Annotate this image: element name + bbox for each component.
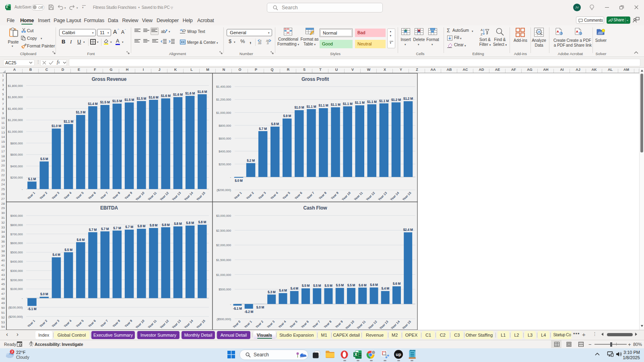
svg-text:$.3 M: $.3 M (268, 290, 276, 294)
svg-text:$1.1 M: $1.1 M (331, 103, 341, 107)
svg-text:$.8 M: $.8 M (198, 220, 206, 224)
svg-text:$1.6 M: $1.6 M (161, 94, 171, 98)
svg-text:$1.3 M: $1.3 M (76, 111, 85, 114)
svg-text:A: A (557, 30, 559, 33)
svg-text:$1.1 M: $1.1 M (355, 101, 365, 105)
svg-text:$200,000: $200,000 (10, 176, 23, 179)
svg-text:$.8 M: $.8 M (174, 222, 182, 226)
svg-text:$.6 M: $.6 M (77, 238, 85, 242)
svg-text:$1,200,000: $1,200,000 (216, 98, 231, 101)
svg-text:$1.5 M: $1.5 M (100, 101, 110, 104)
svg-text:$100,000: $100,000 (10, 287, 23, 291)
svg-text:$500,000: $500,000 (10, 251, 23, 254)
svg-text:-$.2 M: -$.2 M (244, 310, 253, 314)
svg-text:$1,600,000: $1,600,000 (8, 95, 23, 99)
svg-text:$1.0 M: $1.0 M (52, 124, 61, 128)
svg-text:($200,000): ($200,000) (8, 315, 23, 319)
svg-text:($100,000): ($100,000) (8, 306, 23, 309)
svg-text:$.4 M: $.4 M (290, 287, 298, 290)
svg-text:Gross Revenue: Gross Revenue (92, 76, 127, 82)
svg-text:$.2 M: $.2 M (247, 159, 255, 162)
svg-text:$.7 M: $.7 M (113, 226, 121, 230)
svg-text:$1,500,000: $1,500,000 (216, 258, 231, 262)
svg-text:$.8 M: $.8 M (271, 122, 279, 126)
svg-text:Gross Profit: Gross Profit (301, 76, 329, 82)
svg-text:A: A (481, 28, 483, 32)
svg-text:Cash Flow: Cash Flow (303, 205, 327, 211)
svg-text:$.1 M: $.1 M (28, 177, 36, 181)
svg-text:$1.1 M: $1.1 M (379, 99, 389, 103)
svg-text:$.8 M: $.8 M (138, 224, 146, 228)
svg-text:$1.5 M: $1.5 M (112, 99, 122, 103)
svg-text:$.6 M: $.6 M (393, 282, 401, 286)
svg-text:EBITDA: EBITDA (100, 205, 118, 211)
svg-text:$.6 M: $.6 M (359, 284, 367, 287)
svg-text:$2.4 M: $2.4 M (403, 228, 413, 232)
svg-text:$.5 M: $.5 M (336, 284, 344, 287)
svg-text:$1,400,000: $1,400,000 (216, 85, 231, 88)
svg-text:X: X (355, 352, 357, 357)
svg-text:A: A (576, 30, 578, 33)
svg-text:$2,000,000: $2,000,000 (216, 243, 231, 247)
svg-text:$1,800,000: $1,800,000 (8, 84, 23, 88)
svg-text:$1.4 M: $1.4 M (88, 102, 98, 106)
svg-text:$.5 M: $.5 M (313, 284, 321, 288)
svg-text:$200,000: $200,000 (219, 162, 231, 166)
svg-text:ab: ab (161, 29, 166, 34)
svg-text:$400,000: $400,000 (10, 165, 23, 168)
svg-text:.0: .0 (266, 42, 269, 45)
svg-text:$1,000,000: $1,000,000 (216, 111, 231, 115)
svg-text:$.4 M: $.4 M (279, 289, 287, 292)
svg-text:$.0 M: $.0 M (40, 292, 48, 296)
svg-text:$700,000: $700,000 (10, 232, 23, 236)
svg-text:-$.1 M: -$.1 M (27, 307, 36, 311)
svg-text:$800,000: $800,000 (219, 124, 231, 128)
svg-text:$600,000: $600,000 (219, 137, 231, 140)
svg-text:$1,200,000: $1,200,000 (8, 118, 23, 122)
svg-text:$1,400,000: $1,400,000 (8, 107, 23, 111)
svg-text:$800,000: $800,000 (10, 142, 23, 145)
svg-text:$500,000: $500,000 (219, 288, 231, 291)
svg-text:$400,000: $400,000 (219, 150, 231, 153)
svg-text:$800,000: $800,000 (10, 223, 23, 227)
svg-text:$600,000: $600,000 (10, 241, 23, 245)
svg-text:$400,000: $400,000 (10, 260, 23, 263)
svg-text:$.7 M: $.7 M (259, 127, 267, 131)
svg-text:$1.1 M: $1.1 M (367, 100, 377, 104)
svg-text:$.8 M: $.8 M (162, 223, 170, 227)
svg-text:Z: Z (481, 33, 483, 36)
svg-text:$1.2 M: $1.2 M (391, 98, 401, 102)
svg-text:($200,000): ($200,000) (217, 188, 231, 192)
svg-text:$.9 M: $.9 M (283, 114, 291, 118)
svg-text:$1.2 M: $1.2 M (403, 97, 413, 101)
svg-text:$1.6 M: $1.6 M (185, 92, 195, 95)
svg-text:$.0 M: $.0 M (256, 306, 264, 309)
svg-text:$1.6 M: $1.6 M (173, 93, 183, 97)
svg-text:$.4 M: $.4 M (381, 287, 389, 290)
svg-text:$900,000: $900,000 (10, 214, 23, 218)
svg-text:$.5 M: $.5 M (302, 284, 310, 288)
svg-text:$200,000: $200,000 (10, 278, 23, 282)
svg-text:$.5 M: $.5 M (324, 284, 332, 288)
svg-text:$.6 M: $.6 M (370, 283, 378, 287)
svg-text:$.4 M: $.4 M (52, 253, 60, 257)
svg-text:X: X (6, 6, 8, 8)
svg-text:up: up (396, 352, 401, 357)
svg-text:$.7 M: $.7 M (89, 228, 97, 232)
svg-text:$.5 M: $.5 M (347, 284, 355, 287)
svg-text:$1.5 M: $1.5 M (136, 97, 146, 101)
svg-text:$600,000: $600,000 (10, 153, 23, 156)
svg-text:$.8 M: $.8 M (150, 224, 158, 227)
svg-text:$1.1 M: $1.1 M (319, 104, 328, 107)
svg-text:$.0 M: $.0 M (235, 179, 243, 183)
svg-text:$1.5 M: $1.5 M (124, 98, 134, 102)
svg-text:$.8 M: $.8 M (186, 221, 194, 225)
svg-text:$1.6 M: $1.6 M (149, 96, 159, 99)
svg-text:$300,000: $300,000 (10, 269, 23, 273)
svg-text:.00: .00 (258, 42, 261, 45)
svg-text:$.7 M: $.7 M (125, 225, 133, 229)
svg-text:$.5 M: $.5 M (40, 157, 48, 161)
svg-text:$1.6 M: $1.6 M (197, 90, 207, 94)
svg-text:$3,000,000: $3,000,000 (216, 214, 231, 218)
svg-text:$1.1 M: $1.1 M (64, 120, 73, 123)
